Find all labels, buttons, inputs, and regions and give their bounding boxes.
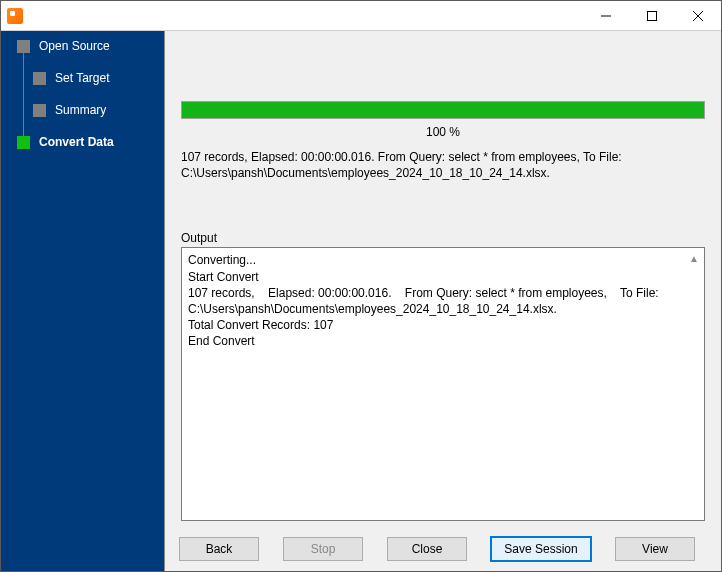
step-box-icon <box>33 104 46 117</box>
progress-percent-label: 100 % <box>181 119 705 143</box>
step-box-icon <box>17 136 30 149</box>
sidebar-item-set-target[interactable]: Set Target <box>1 71 164 91</box>
minimize-button[interactable] <box>583 1 629 31</box>
sidebar-item-label: Open Source <box>39 39 110 53</box>
output-log-text: Converting... Start Convert 107 records,… <box>188 253 662 348</box>
close-button[interactable]: Close <box>387 537 467 561</box>
sidebar-item-open-source[interactable]: Open Source <box>1 39 164 59</box>
progressbar <box>181 101 705 119</box>
titlebar <box>1 1 721 31</box>
sidebar-item-label: Set Target <box>55 71 109 85</box>
output-log[interactable]: Converting... Start Convert 107 records,… <box>181 247 705 521</box>
view-button[interactable]: View <box>615 537 695 561</box>
svg-rect-1 <box>648 11 657 20</box>
output-label: Output <box>181 231 705 245</box>
button-row: Back Stop Close Save Session View <box>165 527 721 571</box>
save-session-button[interactable]: Save Session <box>491 537 591 561</box>
app-window: Open Source Set Target Summary Convert D… <box>0 0 722 572</box>
wizard-sidebar: Open Source Set Target Summary Convert D… <box>1 31 164 571</box>
close-window-button[interactable] <box>675 1 721 31</box>
sidebar-item-label: Summary <box>55 103 106 117</box>
summary-text: 107 records, Elapsed: 00:00:00.016. From… <box>181 149 705 181</box>
scroll-up-icon[interactable]: ▲ <box>686 250 702 266</box>
progressbar-fill <box>182 102 704 118</box>
step-box-icon <box>17 40 30 53</box>
sidebar-item-convert-data[interactable]: Convert Data <box>1 135 164 155</box>
main-area: 100 % 107 records, Elapsed: 00:00:00.016… <box>165 31 721 527</box>
main-content: 100 % 107 records, Elapsed: 00:00:00.016… <box>164 31 721 571</box>
maximize-button[interactable] <box>629 1 675 31</box>
window-body: Open Source Set Target Summary Convert D… <box>1 31 721 571</box>
sidebar-item-label: Convert Data <box>39 135 114 149</box>
stop-button: Stop <box>283 537 363 561</box>
app-icon <box>7 8 23 24</box>
sidebar-item-summary[interactable]: Summary <box>1 103 164 123</box>
progress-region: 100 % <box>181 101 705 143</box>
step-box-icon <box>33 72 46 85</box>
back-button[interactable]: Back <box>179 537 259 561</box>
